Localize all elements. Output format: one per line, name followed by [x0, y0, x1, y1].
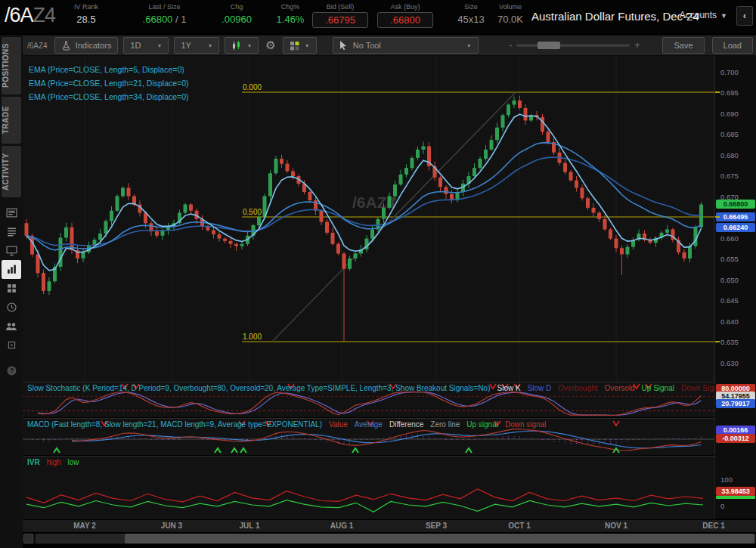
chart-type-dropdown[interactable]: ▼	[225, 37, 259, 54]
chevron-down-icon: ▼	[720, 12, 727, 20]
interval-dropdown[interactable]: 1D▼	[123, 37, 169, 54]
symbol-logo[interactable]: /6AZ4	[5, 4, 55, 27]
ivr-legend: highlow	[47, 458, 86, 466]
ask-label: Ask (Buy)	[376, 3, 434, 11]
stochastic-panel[interactable]: Slow Stochastic (K Period=14, D Period=9…	[23, 382, 714, 417]
sidebar-item-news[interactable]	[0, 203, 23, 222]
layout-dropdown[interactable]: ▼	[283, 37, 317, 54]
price-axis[interactable]: 0.66800 0.66495 0.66240 80.00000 54.1795…	[714, 56, 756, 519]
tab-activity[interactable]: ACTIVITY	[2, 146, 21, 197]
sidebar-item-watchlist[interactable]	[0, 222, 23, 241]
price-chart[interactable]: /6AZ4 0.0000.5001.000 EMA (Price=CLOSE, …	[23, 56, 714, 382]
stochastic-legend: Slow KSlow DOverboughtOversoldUp SignalD…	[497, 384, 715, 392]
macd-avg-badge: -0.00312	[716, 434, 755, 443]
time-axis-label: JUL 1	[239, 522, 259, 530]
iv-rank-field: IV Rank 28.5	[62, 3, 110, 26]
time-axis-label: JUN 3	[161, 522, 182, 530]
bid-field: Bid (Sell) .66795	[311, 3, 369, 28]
price-axis-label: 0.680	[720, 151, 739, 159]
last-size-label: Last / Size	[125, 3, 204, 11]
save-label: Save	[674, 41, 692, 50]
tab-positions[interactable]: POSITIONS	[2, 37, 21, 94]
chgpct-value: 1.46%	[277, 14, 305, 25]
legend-item: Value	[329, 420, 348, 429]
chevron-left-icon: ‹	[743, 10, 746, 21]
macd-panel[interactable]: MACD (Fast length=8, Slow length=21, MAC…	[23, 418, 714, 455]
range-value: 1Y	[181, 41, 191, 50]
price-axis-label: 0.675	[720, 172, 739, 180]
load-button[interactable]: Load	[712, 37, 753, 54]
volume-field: Volume 70.0K	[490, 3, 531, 26]
ask-field: Ask (Buy) .66800	[376, 3, 434, 28]
chevron-down-icon: ▼	[305, 43, 310, 48]
chg-field: Chg .00960	[214, 3, 259, 26]
sidebar-item-social[interactable]	[0, 317, 23, 336]
volume-value: 70.0K	[497, 14, 523, 25]
price-axis-label: 0.695	[720, 88, 739, 97]
chart-toolbar: /6AZ4 Indicators 1D▼ 1Y▼ ▼ ⚙ ▼ No Tool ▼…	[23, 35, 756, 56]
size-value: 45x13	[457, 14, 484, 25]
zoom-slider[interactable]	[516, 44, 630, 47]
ivr-canvas[interactable]	[23, 457, 714, 519]
ivr-axis-100: 100	[720, 475, 733, 484]
left-sidebar: POSITIONS TRADE ACTIVITY ?	[0, 35, 23, 548]
legend-item: Slow K	[497, 384, 521, 392]
fib-axis-tick	[715, 216, 720, 218]
chart-icon	[6, 264, 17, 275]
price-axis-label: 0.700	[720, 68, 739, 76]
svg-text:0.000: 0.000	[243, 83, 262, 91]
sidebar-item-help[interactable]: ?	[0, 361, 23, 380]
legend-item: Slow D	[528, 384, 552, 392]
range-dropdown[interactable]: 1Y▼	[174, 37, 219, 54]
ema-value-badge: 0.66495	[716, 212, 755, 221]
ema34-study-label[interactable]: EMA (Price=CLOSE, Length=34, Displace=0)	[29, 92, 189, 101]
ivr-low-strip	[716, 496, 755, 499]
study-labels: EMA (Price=CLOSE, Length=5, Displace=0) …	[29, 65, 189, 106]
ema21-study-label[interactable]: EMA (Price=CLOSE, Length=21, Displace=0)	[29, 79, 189, 88]
scrollbar-button[interactable]	[23, 534, 33, 543]
price-axis-label: 0.690	[720, 110, 739, 118]
indicators-button[interactable]: Indicators	[54, 37, 119, 54]
drawing-tool-dropdown[interactable]: No Tool ▼	[333, 37, 479, 54]
last-value: .66800	[143, 14, 173, 25]
scrollbar-track[interactable]	[36, 534, 755, 543]
sidebar-item-widget[interactable]	[0, 336, 23, 354]
price-axis-label: 0.640	[720, 317, 739, 326]
legend-item: Average	[355, 420, 383, 429]
chevron-down-icon: ▼	[466, 43, 472, 48]
price-axis-label: 0.635	[720, 338, 739, 346]
accounts-menu[interactable]: Accounts▼	[680, 10, 727, 20]
scrollbar-thumb[interactable]	[125, 534, 754, 543]
bid-button[interactable]: .66795	[312, 12, 368, 28]
sidebar-item-platform[interactable]	[0, 241, 23, 260]
stoch-d-badge: 20.79917	[716, 399, 755, 408]
drawing-tool-value: No Tool	[353, 41, 381, 50]
price-axis-label: 0.645	[720, 296, 739, 305]
interval-value: 1D	[130, 41, 141, 50]
indicators-label: Indicators	[76, 41, 112, 50]
ema5-study-label[interactable]: EMA (Price=CLOSE, Length=5, Displace=0)	[29, 65, 189, 74]
accounts-label: Accounts	[680, 10, 717, 20]
chart-scrollbar[interactable]	[23, 534, 756, 544]
zoom-out-button[interactable]: -	[509, 40, 512, 51]
time-axis-label: OCT 1	[508, 522, 530, 530]
legend-item: Zero line	[430, 420, 460, 429]
time-axis[interactable]: MAY 2JUN 3JUL 1AUG 1SEP 3OCT 1NOV 1DEC 1	[23, 520, 756, 532]
chart-symbol-label: /6AZ4	[27, 42, 48, 50]
fib-axis-tick	[715, 341, 720, 342]
chg-value: .00960	[222, 14, 252, 25]
sidebar-item-chart[interactable]	[2, 260, 21, 279]
legend-item: Difference	[389, 420, 423, 429]
price-axis-label: 0.630	[720, 359, 739, 367]
ivr-panel[interactable]: IVRhighlow	[23, 456, 714, 519]
collapse-panel-button[interactable]: ‹	[736, 6, 753, 26]
zoom-slider-handle[interactable]	[538, 42, 560, 49]
ask-button[interactable]: .66800	[377, 12, 433, 28]
zoom-in-button[interactable]: +	[634, 40, 640, 51]
ivr-badge: 33.98453	[716, 487, 755, 496]
sidebar-item-history[interactable]	[0, 298, 23, 317]
chart-settings-button[interactable]: ⚙	[264, 39, 277, 52]
save-button[interactable]: Save	[662, 37, 704, 54]
tab-trade[interactable]: TRADE	[2, 97, 21, 144]
sidebar-item-apps[interactable]	[0, 279, 23, 298]
